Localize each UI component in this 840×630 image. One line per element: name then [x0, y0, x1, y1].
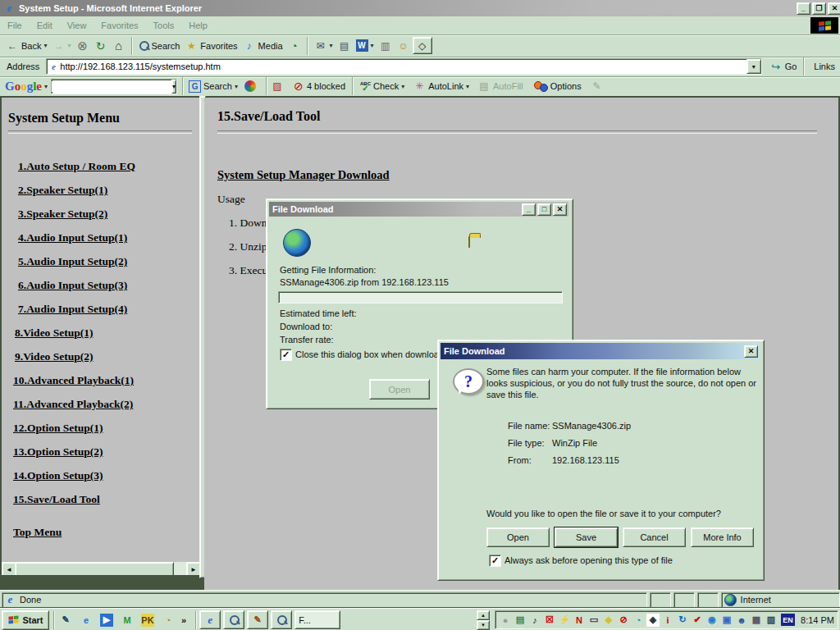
sidebar-item-video-setup-1[interactable]: 8.Video Setup(1) — [15, 326, 94, 340]
tray-network-error-icon[interactable]: ☒ — [543, 614, 556, 627]
check-button[interactable]: Check — [373, 81, 399, 91]
google-search-box[interactable]: ▾ — [51, 79, 177, 94]
mail-button[interactable]: ✉ ▾ — [312, 36, 336, 55]
sidebar-hscrollbar[interactable]: ◄ ► — [2, 562, 199, 575]
quicklaunch-media-player-icon[interactable]: ▶ — [100, 614, 113, 627]
autolink-dropdown-icon[interactable]: ▾ — [466, 83, 469, 90]
check-dropdown-icon[interactable]: ▾ — [401, 83, 404, 90]
dialog-maximize-button[interactable]: □ — [537, 203, 551, 216]
popup-blocked-count[interactable]: 4 blocked — [307, 81, 345, 91]
menu-help[interactable]: Help — [181, 21, 215, 30]
sidebar-item-option-setup-2[interactable]: 13.Option Setup(2) — [13, 445, 103, 459]
tray-clock-icon[interactable]: ◔ — [632, 614, 645, 627]
sidebar-item-audio-input-2[interactable]: 5.Audio Input Setup(2) — [18, 255, 127, 268]
tray-check-icon[interactable]: ✔ — [691, 614, 704, 627]
tray-network-icon[interactable]: ▥ — [765, 614, 778, 627]
menu-edit[interactable]: Edit — [30, 21, 60, 30]
more-info-button[interactable]: More Info — [691, 527, 754, 547]
back-dropdown-icon[interactable]: ▾ — [43, 42, 47, 49]
sidebar-item-audio-input-3[interactable]: 6.Audio Input Setup(3) — [18, 279, 127, 292]
edit-dropdown-icon[interactable]: ▾ — [371, 42, 374, 49]
favorites-button[interactable]: ★ Favorites — [182, 36, 240, 55]
menu-view[interactable]: View — [60, 21, 94, 30]
quicklaunch-pkzip-icon[interactable]: PK — [141, 614, 154, 627]
browser-titlebar[interactable]: e System Setup - Microsoft Internet Expl… — [0, 0, 840, 16]
edit-word-button[interactable]: W ▾ — [354, 36, 377, 55]
sidebar-item-speaker-setup-2[interactable]: 3.Speaker Setup(2) — [18, 208, 107, 221]
always-ask-checkbox[interactable]: ✓ — [489, 555, 501, 567]
taskbar-spinner[interactable]: ▲ ▼ — [477, 610, 490, 630]
address-input[interactable]: e http://192.168.123.115/systemsetup.htm… — [46, 58, 761, 75]
dialog-close-button[interactable]: ✕ — [553, 203, 567, 216]
sidebar-item-adv-playback-2[interactable]: 11.Advanced Playback(2) — [13, 398, 133, 411]
address-dropdown-button[interactable]: ▾ — [746, 59, 761, 74]
tray-volume-icon[interactable]: ♪ — [528, 614, 541, 627]
google-logo[interactable]: Google — [5, 80, 42, 94]
sidebar-item-speaker-setup-1[interactable]: 2.Speaker Setup(1) — [18, 184, 107, 197]
task-button-file-download[interactable]: F... — [294, 610, 340, 629]
tray-info-icon[interactable]: i — [661, 614, 674, 627]
google-search-input[interactable] — [52, 81, 171, 92]
sidebar-item-adv-playback-1[interactable]: 10.Advanced Playback(1) — [13, 374, 134, 387]
tray-swirl-icon[interactable]: ◉ — [705, 614, 719, 627]
cancel-button[interactable]: Cancel — [623, 527, 686, 547]
sidebar-item-option-setup-1[interactable]: 12.Option Setup(1) — [13, 422, 103, 435]
forward-button[interactable]: → ▾ — [49, 36, 73, 55]
quicklaunch-overflow-chevron[interactable]: » — [181, 615, 186, 625]
google-search-dropdown-button[interactable]: ▾ — [171, 80, 176, 94]
tray-computers-icon[interactable]: ▦ — [750, 614, 763, 627]
save-button[interactable]: Save — [555, 527, 618, 547]
task-button-paint[interactable]: ✎ — [247, 610, 268, 629]
stop-button[interactable]: ⊗ — [74, 36, 92, 55]
address-url[interactable]: http://192.168.123.115/systemsetup.htm — [60, 62, 746, 71]
sidebar-item-audio-input-1[interactable]: 4.Audio Input Setup(1) — [18, 231, 127, 244]
quicklaunch-ie-icon[interactable]: e — [80, 614, 93, 627]
messenger-button[interactable]: ☺ — [395, 36, 413, 55]
start-button[interactable]: Start — [2, 610, 49, 630]
confirm-close-button[interactable]: ✕ — [744, 345, 758, 358]
tray-plug-icon[interactable]: ⚡ — [558, 614, 571, 627]
media-button[interactable]: ♪ Media — [240, 36, 285, 55]
menu-file[interactable]: File — [0, 21, 30, 30]
google-spin-icon[interactable] — [244, 80, 256, 92]
google-search-dropdown-icon[interactable]: ▾ — [235, 83, 238, 90]
home-button[interactable]: ⌂ — [110, 36, 128, 55]
sidebar-item-top-menu[interactable]: Top Menu — [13, 526, 62, 539]
go-button[interactable]: ↪ Go — [767, 57, 800, 76]
sidebar-item-video-setup-2[interactable]: 9.Video Setup(2) — [15, 350, 94, 363]
history-button[interactable]: ◔ — [285, 36, 304, 55]
research-button[interactable]: ◇ — [413, 37, 432, 54]
menu-tools[interactable]: Tools — [146, 21, 182, 30]
search-button[interactable]: Search — [136, 36, 183, 55]
minimize-button[interactable]: _ — [797, 2, 810, 15]
autofill-button[interactable]: AutoFill — [493, 81, 523, 91]
tray-user-icon[interactable]: ☻ — [735, 614, 748, 627]
quicklaunch-desktop-icon[interactable]: ✎ — [59, 614, 72, 627]
discuss-button[interactable]: ▥ — [377, 36, 395, 55]
open-button[interactable]: Open — [486, 527, 550, 547]
google-search-button[interactable]: Search — [203, 81, 232, 91]
close-when-done-checkbox[interactable]: ✓ — [280, 349, 292, 361]
close-button[interactable]: ✕ — [828, 2, 840, 15]
language-indicator[interactable]: EN — [781, 614, 795, 626]
task-button-search[interactable] — [223, 610, 244, 629]
scrollbar-thumb[interactable] — [15, 562, 174, 575]
open-button-disabled[interactable]: Open — [369, 379, 430, 399]
quicklaunch-msn-icon[interactable]: M — [121, 614, 134, 627]
options-button[interactable]: Options — [550, 81, 582, 91]
sidebar-item-option-setup-3[interactable]: 14.Option Setup(3) — [13, 469, 103, 482]
confirm-dialog-titlebar[interactable]: File Download ✕ — [441, 343, 760, 359]
download-dialog-titlebar[interactable]: File Download _ □ ✕ — [269, 202, 568, 217]
quicklaunch-scheduler-icon[interactable]: ◔ — [162, 614, 175, 627]
menu-favorites[interactable]: Favorites — [94, 21, 145, 30]
download-link[interactable]: System Setup Manager Download — [217, 168, 390, 182]
tray-scanner-icon[interactable]: ▤ — [514, 614, 527, 627]
task-button-ie[interactable]: e — [199, 610, 221, 629]
tray-blocked-icon[interactable]: ⊘ — [617, 614, 630, 627]
back-button[interactable]: ← Back ▾ — [3, 36, 49, 55]
sidebar-item-auto-setup[interactable]: 1.Auto Setup / Room EQ — [18, 160, 135, 173]
task-button-find[interactable] — [271, 610, 292, 629]
sidebar-item-save-load-tool[interactable]: 15.Save/Load Tool — [13, 493, 100, 506]
tray-app-diamond-icon[interactable]: ◈ — [646, 614, 660, 627]
autolink-button[interactable]: AutoLink — [428, 81, 463, 91]
